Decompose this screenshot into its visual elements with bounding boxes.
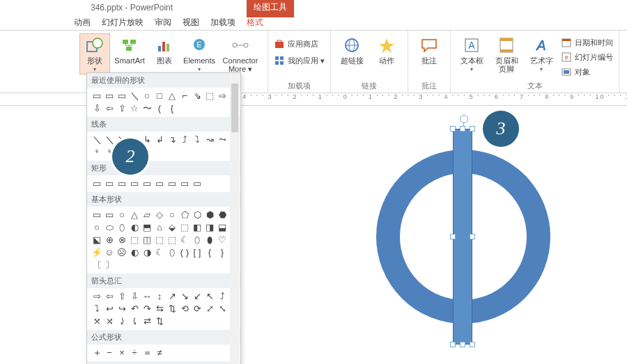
shape-option[interactable]: ⬚ [204,90,215,102]
shape-option[interactable]: ＝ [141,347,153,358]
tab-format[interactable]: 格式 [247,17,263,29]
selection-handle[interactable] [450,234,456,239]
selection-handle[interactable] [470,342,475,347]
shape-option[interactable]: ○ [91,222,102,233]
datetime-button[interactable]: 日期和时间 [561,36,613,49]
shape-option[interactable]: ↪ [116,303,127,315]
shape-option[interactable]: ⇅ [154,316,165,327]
shape-option[interactable]: ↙ [192,291,203,302]
shape-option[interactable]: ⬭ [104,222,115,233]
shape-option[interactable]: ↗ [167,291,178,302]
shape-option[interactable]: { [204,247,215,258]
selection-handle[interactable] [470,234,475,239]
shape-option[interactable]: ⇦ [104,103,115,114]
shape-option[interactable]: ⬚ [179,222,190,233]
shape-option[interactable]: ⇄ [141,316,153,327]
shape-option[interactable]: ⬯ [192,235,203,246]
shape-option[interactable]: ▭ [116,178,127,189]
scrollbar[interactable] [230,74,240,364]
shape-option[interactable]: ⬓ [217,222,228,233]
tab-addins[interactable]: 加载项 [210,17,235,29]
tab-view[interactable]: 视图 [183,17,199,29]
shape-option[interactable]: ⊗ [116,235,127,246]
shape-option[interactable]: [ ] [192,247,203,258]
shape-option[interactable]: ⇘ [192,90,203,102]
shape-option[interactable]: ◑ [141,247,153,258]
shape-option[interactable]: ⬢ [204,209,215,221]
shape-option[interactable]: ⬒ [141,222,153,233]
shape-option[interactable]: ⬚ [154,235,165,246]
shape-option[interactable]: ♡ [217,235,228,246]
shape-option[interactable]: ＼ [104,134,115,145]
shape-option[interactable]: ▭ [91,209,102,221]
shape-option[interactable]: } [217,247,228,258]
shape-option[interactable]: ▭ [141,178,153,189]
shape-option[interactable]: ⇧ [116,291,127,302]
shape-option[interactable]: ☾ [154,247,165,258]
action-button[interactable]: 动作 [371,33,402,67]
shape-option[interactable]: ⇩ [91,103,102,114]
shape-option[interactable]: ⇦ [104,291,115,302]
shape-option[interactable]: ⬠ [179,209,190,221]
shape-option[interactable]: ( [154,103,165,114]
shape-option[interactable]: ⬙ [167,222,178,233]
tab-animations[interactable]: 动画 [74,17,91,29]
shape-option[interactable]: ⤵ [91,303,102,315]
shape-option[interactable]: ⬕ [91,235,102,246]
shape-option[interactable]: ▭ [104,209,115,221]
headerfooter-button[interactable]: 页眉和页脚 [491,33,522,75]
scrollbar-thumb[interactable] [231,84,238,132]
shape-option[interactable]: ⤳ [217,134,228,145]
shape-option[interactable]: ◨ [204,222,215,233]
selection-handle[interactable] [450,342,456,347]
shape-option[interactable]: ○ [167,209,178,221]
chart-button[interactable]: 图表 [149,33,180,67]
textbox-button[interactable]: A 文本框 ▾ [456,33,487,74]
shape-option[interactable]: ＼ [129,90,140,102]
shape-option[interactable]: ▭ [116,90,127,102]
selection-handle[interactable] [460,342,465,347]
shape-option[interactable]: 〕 [104,260,115,271]
appstore-button[interactable]: 应用商店 [274,38,318,50]
shape-option[interactable]: ▭ [91,178,102,189]
shape-option[interactable]: ↘ [179,291,190,302]
shape-option[interactable]: ↶ [129,303,140,315]
shape-option[interactable]: ⬯ [167,247,178,258]
shape-option[interactable]: ▭ [104,90,115,102]
smartart-button[interactable]: SmartArt [114,33,145,67]
shape-option[interactable]: ▭ [154,178,165,189]
shape-option[interactable]: ⬣ [217,209,228,221]
shape-option[interactable]: ◐ [129,247,140,258]
shape-option[interactable]: ↴ [167,134,178,145]
shape-option[interactable]: ⊕ [104,235,115,246]
shapes-button[interactable]: 形状 ▾ [79,33,110,74]
slidenum-button[interactable]: # 幻灯片编号 [561,51,613,63]
shape-option[interactable]: { [167,103,178,114]
slide-canvas[interactable] [237,108,627,364]
shape-option[interactable]: ⤴ [179,134,190,145]
shape-option[interactable]: ⤹ [129,316,140,327]
shape-option[interactable]: 〔 [91,260,102,271]
shape-option[interactable]: ⌐ [179,90,190,102]
shape-option[interactable]: ⇩ [129,291,140,302]
shape-option[interactable]: ◇ [154,209,165,221]
shape-option[interactable]: ▭ [129,178,140,189]
shape-option[interactable]: ⟳ [192,303,203,315]
shape-option[interactable]: □ [154,90,165,102]
shape-option[interactable]: ＼ [91,134,102,145]
myapps-button[interactable]: 我的应用 ▾ [274,54,325,67]
shape-option[interactable]: △ [129,209,140,221]
shape-option[interactable]: ↕ [154,291,165,302]
shape-option[interactable]: ▭ [192,178,203,189]
shape-option[interactable]: ⤧ [91,316,102,327]
shape-option[interactable]: ☆ [129,103,140,114]
comment-button[interactable]: 批注 [414,33,444,67]
shape-option[interactable]: ÷ [129,347,140,358]
shape-option[interactable]: ⤸ [116,316,127,327]
shape-option[interactable]: ↷ [141,303,153,315]
tab-slideshow[interactable]: 幻灯片放映 [102,17,144,29]
shape-option[interactable]: ⇅ [167,303,178,315]
shape-option[interactable]: ⬯ [116,222,127,233]
shape-option[interactable]: ⇨ [91,291,102,302]
shape-option[interactable]: ⇆ [154,303,165,315]
